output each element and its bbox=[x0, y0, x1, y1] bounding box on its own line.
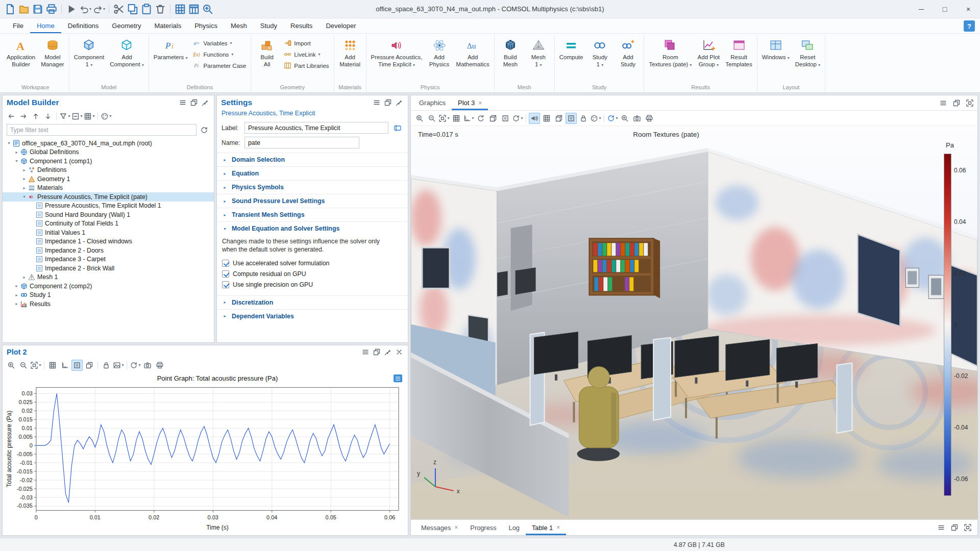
paste-icon[interactable] bbox=[140, 3, 153, 15]
ribbon-part-libraries-button[interactable]: Part Libraries bbox=[281, 61, 331, 70]
section-header-sound-pressure-level-settings[interactable]: ▸Sound Pressure Level Settings bbox=[217, 194, 408, 208]
tree-chevron-icon[interactable]: ▸ bbox=[21, 186, 28, 190]
tree-chevron-icon[interactable]: ▸ bbox=[13, 150, 20, 155]
plot2-grid-lines-icon[interactable] bbox=[47, 360, 58, 371]
graphics-go-to-grid-icon[interactable] bbox=[451, 113, 462, 124]
plot2-image-export-icon[interactable]: ▾ bbox=[113, 360, 124, 371]
plot2-closex-icon[interactable] bbox=[395, 347, 404, 357]
checkbox-icon[interactable] bbox=[222, 281, 229, 288]
graphics-view-xy-icon[interactable] bbox=[487, 113, 499, 124]
model-builder-forward-icon[interactable] bbox=[18, 111, 29, 122]
tree-node-impedance-3-carpet[interactable]: Impedance 3 - Carpet bbox=[3, 255, 214, 264]
open-icon[interactable] bbox=[18, 3, 30, 15]
section-header-domain-selection[interactable]: ▸Domain Selection bbox=[217, 153, 408, 166]
model-builder-collapse-all-icon[interactable]: ▾ bbox=[71, 111, 83, 122]
graphics-view-rotate-icon[interactable] bbox=[475, 113, 486, 124]
graphics-menu-icon[interactable] bbox=[938, 97, 949, 109]
tree-node-materials[interactable]: ▸Materials bbox=[3, 184, 214, 193]
delete-icon[interactable] bbox=[154, 3, 166, 15]
search-icon[interactable] bbox=[202, 3, 214, 15]
tree-node-continuity-of-total-fields-1[interactable]: Continuity of Total Fields 1 bbox=[3, 219, 214, 229]
graphics-3d-room-view[interactable]: z x y bbox=[411, 126, 977, 519]
graphics-perspective-view-icon[interactable] bbox=[553, 113, 565, 124]
ribbon-windows-button[interactable]: Windows ▾ bbox=[760, 36, 792, 62]
label-field[interactable] bbox=[244, 122, 388, 134]
model-builder-model-tree-columns-icon[interactable]: ▾ bbox=[84, 111, 95, 122]
bottom-extents-icon[interactable] bbox=[962, 522, 973, 533]
ribbon-compute-button[interactable]: Compute bbox=[557, 36, 586, 62]
tree-node-sound-hard-boundary-wall-1[interactable]: Sound Hard Boundary (Wall) 1 bbox=[3, 210, 214, 219]
help-button[interactable]: ? bbox=[964, 20, 975, 32]
graphics-view-yz-icon[interactable] bbox=[500, 113, 511, 124]
section-header-equation[interactable]: ▸Equation bbox=[217, 167, 408, 180]
checkbox-icon[interactable] bbox=[222, 260, 229, 267]
undo-icon[interactable]: ▾ bbox=[79, 3, 91, 15]
tree-node-impedance-1-closed-windows[interactable]: Impedance 1 - Closed windows bbox=[3, 237, 214, 246]
tree-node-initial-values-1[interactable]: Initial Values 1 bbox=[3, 228, 214, 237]
tree-node-impedance-2-doors[interactable]: Impedance 2 - Doors bbox=[3, 246, 214, 255]
ribbon-add-physics-button[interactable]: Add Physics bbox=[426, 36, 453, 69]
model-builder-menu-icon[interactable] bbox=[178, 98, 187, 107]
plot2-lock-axes-icon[interactable] bbox=[101, 360, 112, 371]
print-icon[interactable] bbox=[45, 3, 58, 15]
menu-home[interactable]: Home bbox=[30, 18, 61, 33]
ribbon-model-manager-button[interactable]: Model Manager bbox=[38, 36, 66, 69]
close-tab-icon[interactable]: × bbox=[478, 99, 482, 107]
plot2-image-snapshot-icon[interactable] bbox=[142, 360, 153, 371]
graphics-plot-update-icon[interactable]: ▾ bbox=[607, 113, 618, 124]
section-header-model-equation-and-solver-settings[interactable]: ▾Model Equation and Solver Settings bbox=[217, 222, 408, 235]
ribbon-functions-button[interactable]: f(x)Functions▾ bbox=[190, 49, 249, 59]
name-field[interactable] bbox=[244, 137, 359, 148]
point-graph-chart[interactable]: 0.030.0250.020.0150.010.0050-0.005-0.01-… bbox=[5, 372, 406, 533]
graphics-go-to-default-view-icon[interactable]: ▾ bbox=[463, 113, 474, 124]
tree-node-study-1[interactable]: ▸Study 1 bbox=[3, 291, 214, 300]
graphics-zoom-extents-icon[interactable]: ▾ bbox=[438, 113, 450, 124]
bottom-float-icon[interactable] bbox=[949, 522, 960, 533]
settings-float-icon[interactable] bbox=[383, 98, 393, 107]
tab-messages[interactable]: Messages× bbox=[415, 520, 464, 535]
menu-mesh[interactable]: Mesh bbox=[224, 18, 254, 33]
menu-results[interactable]: Results bbox=[284, 18, 319, 33]
plot2-float-icon[interactable] bbox=[372, 347, 381, 357]
tree-node-results[interactable]: ▸Results bbox=[3, 299, 214, 309]
graphics-orthographic-view-icon[interactable] bbox=[566, 113, 577, 124]
tree-chevron-icon[interactable]: ▾ bbox=[6, 141, 12, 145]
plot2-menu-icon[interactable] bbox=[361, 347, 370, 357]
checkbox-use-single-precision-on-gpu[interactable]: Use single precision on GPU bbox=[222, 280, 403, 290]
plot2-zoom-out-icon[interactable] bbox=[18, 360, 29, 371]
tree-chevron-icon[interactable]: ▸ bbox=[21, 177, 28, 181]
graphics-color-theme-icon[interactable]: ▾ bbox=[590, 113, 601, 124]
checkbox-compute-residual-on-gpu[interactable]: Compute residual on GPU bbox=[222, 269, 403, 280]
tab-graphics[interactable]: Graphics bbox=[413, 95, 452, 110]
plot2-zoom-in-icon[interactable] bbox=[6, 360, 17, 371]
ribbon-study-1-button[interactable]: Study 1 ▾ bbox=[586, 36, 614, 69]
tree-chevron-icon[interactable]: ▸ bbox=[13, 302, 20, 306]
tree-node-global-definitions[interactable]: ▸Global Definitions bbox=[3, 148, 214, 157]
ribbon-application-builder-button[interactable]: AApplication Builder bbox=[4, 36, 38, 69]
tree-node-pressure-acoustics-time-explicit-pate[interactable]: ▾Pressure Acoustics, Time Explicit (pate… bbox=[3, 192, 214, 202]
ribbon-parameters-button[interactable]: PiParameters ▾ bbox=[151, 36, 190, 62]
tree-chevron-icon[interactable]: ▸ bbox=[21, 275, 28, 280]
ribbon-build-all-button[interactable]: Build All bbox=[253, 36, 281, 69]
tree-chevron-icon[interactable]: ▾ bbox=[13, 159, 20, 163]
menu-study[interactable]: Study bbox=[254, 18, 284, 33]
close-tab-icon[interactable]: × bbox=[556, 524, 560, 531]
graphics-extents-icon[interactable] bbox=[964, 97, 975, 109]
ribbon-parameter-case-button[interactable]: PiParameter Case bbox=[190, 61, 249, 70]
tree-node-component-1-comp1[interactable]: ▾Component 1 (comp1) bbox=[3, 157, 214, 166]
plot2-zoom-extents-icon[interactable]: ▾ bbox=[30, 360, 41, 371]
bottom-menu-icon[interactable] bbox=[936, 522, 947, 533]
run-icon[interactable] bbox=[65, 3, 78, 15]
plot2-chart-area[interactable]: 0.030.0250.020.0150.010.0050-0.005-0.01-… bbox=[3, 372, 408, 535]
tree-chevron-icon[interactable]: ▾ bbox=[21, 194, 28, 199]
settings-pin-icon[interactable] bbox=[395, 98, 404, 107]
ribbon-livelink-button[interactable]: LiveLink▾ bbox=[281, 49, 331, 59]
graphics-scene-rebuild-icon[interactable]: ▾ bbox=[512, 113, 523, 124]
checkbox-icon[interactable] bbox=[222, 270, 229, 278]
cut-icon[interactable] bbox=[113, 3, 125, 15]
model-builder-back-icon[interactable] bbox=[6, 111, 17, 122]
plot2-print-plot-icon[interactable] bbox=[154, 360, 165, 371]
tab-progress[interactable]: Progress bbox=[464, 520, 502, 535]
tree-node-office-space-63-30t0-n4-ma-out-mph-root[interactable]: ▾office_space_63_30T0_N4_ma_out.mph (roo… bbox=[3, 139, 214, 148]
tree-chevron-icon[interactable]: ▸ bbox=[13, 293, 20, 297]
